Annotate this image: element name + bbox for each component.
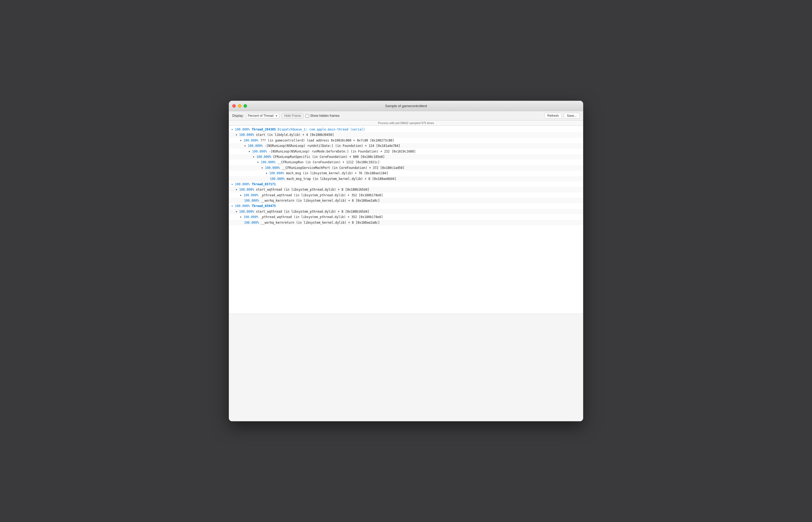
maximize-button[interactable] [244, 104, 247, 108]
minimize-button[interactable] [238, 104, 241, 108]
refresh-button[interactable]: Refresh [545, 113, 562, 119]
tree-row[interactable]: 100.000% __workq_kernreturn (in libsyste… [229, 198, 583, 203]
tree-row[interactable]: ▾ 100.000% __CFRunLoopServiceMachPort (i… [229, 165, 583, 170]
tree-row[interactable]: 100.000% mach_msg_trap (in libsystem_ker… [229, 176, 583, 182]
status-text: Process with pid 58602 sampled 975 times [378, 121, 434, 125]
main-window: Sample of gamecontrollerd Display: Perce… [229, 101, 583, 421]
display-select[interactable]: Percent of Thread ▼ [246, 113, 280, 118]
close-button[interactable] [232, 104, 236, 108]
hide-frame-button[interactable]: Hide Frame [282, 113, 303, 118]
tree-row[interactable]: ▾ 100.000% start_wqthread (in libsystem_… [229, 187, 583, 192]
show-hidden-label[interactable]: Show hidden frames [306, 114, 340, 118]
tree-row[interactable]: ▾ 100.000% Thread_284305 DispatchQueue_1… [229, 127, 583, 132]
toolbar-right: Refresh Save... [545, 113, 580, 119]
show-hidden-checkbox[interactable] [306, 114, 309, 118]
tree-row[interactable]: ▾ 100.000% start (in libdyld.dylib) + 4 … [229, 132, 583, 138]
tree-row[interactable]: ▾ 100.000% mach_msg (in libsystem_kernel… [229, 170, 583, 176]
tree-row[interactable]: ▾ 100.000% CFRunLoopRunSpecific (in Core… [229, 154, 583, 160]
empty-area [229, 314, 583, 421]
tree-row[interactable]: ▾ 100.000% ??? (in gamecontrollerd) load… [229, 138, 583, 143]
tree-row[interactable]: ▾ 100.000% -[NSRunLoop(NSRunLoop) runMod… [229, 149, 583, 154]
tree-row[interactable]: ▾ 100.000% _pthread_wqthread (in libsyst… [229, 193, 583, 198]
window-title: Sample of gamecontrollerd [385, 104, 427, 108]
titlebar: Sample of gamecontrollerd [229, 101, 583, 111]
tree-row[interactable]: ▾ 100.000% Thread_657171 [229, 182, 583, 187]
display-value: Percent of Thread [248, 114, 273, 118]
save-button[interactable]: Save... [564, 113, 580, 119]
display-label: Display: [232, 114, 244, 118]
traffic-lights [232, 104, 247, 108]
status-bar: Process with pid 58602 sampled 975 times [229, 121, 583, 126]
tree-row[interactable]: ▾ 100.000% Thread_659475 [229, 203, 583, 209]
chevron-down-icon: ▼ [275, 114, 278, 117]
toolbar: Display: Percent of Thread ▼ Hide Frame … [229, 111, 583, 121]
tree-row[interactable]: ▾ 100.000% -[NSRunLoop(NSRunLoop) runUnt… [229, 143, 583, 148]
tree-row[interactable]: ▾ 100.000% start_wqthread (in libsystem_… [229, 209, 583, 214]
tree-row[interactable]: ▾ 100.000% _pthread_wqthread (in libsyst… [229, 214, 583, 220]
tree-row[interactable]: 100.000% __workq_kernreturn (in libsyste… [229, 220, 583, 225]
content-area: ▾ 100.000% Thread_284305 DispatchQueue_1… [229, 126, 583, 314]
tree-row[interactable]: ▾ 100.000% __CFRunLoopRun (in CoreFounda… [229, 160, 583, 165]
